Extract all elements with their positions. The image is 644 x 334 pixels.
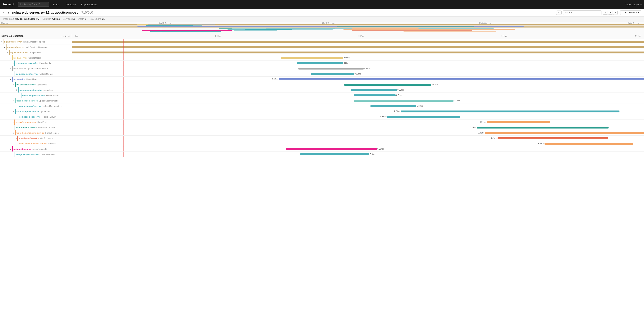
span-service-name: text-service bbox=[14, 78, 25, 80]
expand-collapse-button[interactable]: ∨ bbox=[15, 89, 18, 91]
span-left-col: ∨url-shorten-serviceUploadUrls bbox=[0, 82, 72, 87]
search-next-button[interactable]: ▼ bbox=[608, 11, 613, 14]
span-duration-label: 0.3ms bbox=[396, 94, 401, 96]
expand-collapse-button[interactable]: ∨ bbox=[12, 99, 15, 102]
expand-collapse-button[interactable] bbox=[15, 142, 18, 145]
span-right-col: 0.36ms bbox=[72, 114, 644, 119]
expand-collapse-button[interactable]: ∨ bbox=[9, 148, 12, 150]
svg-rect-11 bbox=[159, 25, 202, 26]
cmd-k-shortcut[interactable]: ⌘ bbox=[556, 10, 562, 15]
expand-collapse-button[interactable]: ∨ bbox=[12, 110, 15, 113]
expand-collapse-button[interactable]: ∨ bbox=[9, 78, 12, 80]
depth-value: 8 bbox=[85, 18, 86, 20]
span-operation-name: UploadUserMentions bbox=[42, 105, 62, 107]
expand-collapse-button[interactable]: ∨ bbox=[9, 56, 12, 59]
span-bar[interactable]: 0.33ms bbox=[351, 89, 397, 91]
trace-start-label: Trace Start bbox=[3, 18, 14, 20]
expand-collapse-button[interactable] bbox=[12, 73, 14, 75]
span-bar[interactable]: 0.33ms bbox=[297, 62, 343, 64]
collapse-trace-button[interactable]: ▼ bbox=[7, 11, 10, 14]
span-bar[interactable]: 0.45ms bbox=[281, 57, 343, 59]
span-bar[interactable]: 0.31ms bbox=[311, 73, 354, 75]
search-close-button[interactable]: ✕ bbox=[613, 11, 618, 15]
timeline-tick-line bbox=[358, 130, 358, 135]
expand-collapse-button[interactable]: › bbox=[12, 62, 14, 64]
span-bar[interactable]: 3.67ms bbox=[72, 46, 644, 48]
expand-collapse-button[interactable]: ∨ bbox=[0, 40, 3, 43]
span-bar[interactable]: 0.28ms bbox=[544, 143, 633, 145]
search-prev-button[interactable]: ▲ bbox=[603, 11, 608, 14]
span-bar[interactable]: 0.72ms bbox=[354, 100, 454, 102]
expand-collapse-button[interactable] bbox=[12, 153, 14, 156]
total-spans-value: 31 bbox=[102, 18, 105, 20]
timeline-view-selector[interactable]: Trace Timeline ▾ bbox=[620, 10, 641, 15]
back-button[interactable]: ← bbox=[3, 11, 6, 14]
nav-dependencies[interactable]: Dependencies bbox=[79, 3, 99, 6]
span-bar[interactable]: 0.36ms bbox=[387, 116, 460, 118]
span-bar[interactable]: 0.33ms bbox=[370, 105, 416, 107]
span-duration-label: 0.33ms bbox=[417, 105, 423, 107]
expand-collapse-button[interactable]: ∨ bbox=[12, 132, 15, 134]
about-jaeger-menu[interactable]: About Jaeger ▾ bbox=[625, 3, 642, 6]
expand-collapse-button[interactable]: › bbox=[12, 121, 14, 123]
span-operation-name: /wrk2-api/post/compose bbox=[22, 41, 45, 43]
trace-id-lookup-input[interactable] bbox=[18, 2, 49, 7]
span-duration-label: 0.72ms bbox=[454, 100, 460, 102]
span-bar[interactable]: 0.47ms bbox=[298, 68, 364, 69]
expand-collapse-button[interactable]: ∨ bbox=[3, 46, 6, 48]
span-bar[interactable]: 0.66ms bbox=[286, 148, 377, 150]
span-bar[interactable]: 3.59ms bbox=[72, 51, 644, 53]
expand-all-button[interactable]: » bbox=[65, 34, 67, 37]
span-bar[interactable]: 0.63ms bbox=[344, 84, 431, 86]
timeline-cursor-line bbox=[124, 93, 124, 98]
expand-collapse-button[interactable]: ∨ bbox=[9, 67, 12, 70]
span-duration-label: 0.63ms bbox=[432, 83, 438, 86]
span-bar[interactable]: 3.18ms bbox=[279, 78, 644, 80]
expand-collapse-button[interactable]: ∨ bbox=[6, 51, 9, 54]
timeline-tick-line bbox=[501, 146, 501, 151]
span-search-input[interactable] bbox=[563, 10, 602, 15]
span-service-name: compose-post-service bbox=[19, 105, 42, 107]
expand-collapse-button[interactable]: ∨ bbox=[12, 83, 15, 86]
expand-collapse-button[interactable] bbox=[15, 105, 18, 107]
timeline-tick-line bbox=[501, 93, 501, 98]
span-left-col: ∨nginx-web-server/wrk2-api/post/compose bbox=[0, 44, 72, 50]
svg-rect-25 bbox=[142, 30, 232, 31]
span-right-col bbox=[72, 39, 644, 44]
span-duration-label: 1.76ms bbox=[394, 110, 400, 112]
span-operation-name: RedisHashSet bbox=[46, 94, 59, 96]
span-bar[interactable]: 0.81ms bbox=[485, 132, 644, 134]
timeline-cursor-line bbox=[124, 71, 124, 76]
span-bar[interactable]: 0.41ms bbox=[498, 137, 608, 139]
span-operation-name: UploadUniqueId bbox=[32, 148, 47, 150]
service-color-bar bbox=[14, 119, 15, 125]
expand-collapse-button[interactable] bbox=[18, 94, 21, 96]
timeline-cursor-line bbox=[124, 98, 124, 103]
service-color-bar bbox=[18, 87, 19, 92]
table-row: ›post-storage-serviceStorePost0.24ms bbox=[0, 119, 644, 125]
expand-one-level-button[interactable]: › bbox=[62, 34, 64, 37]
span-bar[interactable]: 0.74ms bbox=[477, 127, 608, 128]
duration-value: 4.14ms bbox=[52, 18, 60, 20]
span-right-col: 0.24ms bbox=[72, 119, 644, 125]
top-navigation: Jaeger UI Search Compare Dependencies Ab… bbox=[0, 0, 644, 9]
span-service-name: url-shorten-service bbox=[16, 83, 36, 86]
span-bar[interactable]: 0.24ms bbox=[487, 121, 550, 123]
expand-collapse-button[interactable] bbox=[15, 116, 18, 118]
span-bar[interactable] bbox=[72, 41, 644, 43]
service-color-bar bbox=[12, 146, 13, 151]
span-left-col: ∨text-serviceUploadText bbox=[0, 77, 72, 82]
span-bar[interactable]: 0.3ms bbox=[354, 94, 396, 96]
timeline-cursor-line bbox=[124, 146, 124, 151]
span-bar[interactable]: 0.5ms bbox=[300, 153, 369, 155]
span-service-name: nginx-web-server bbox=[10, 51, 28, 54]
collapse-all-button[interactable]: ‹ bbox=[60, 34, 62, 37]
collapse-children-button[interactable]: « bbox=[68, 34, 70, 37]
span-bar[interactable]: 1.76ms bbox=[401, 110, 619, 112]
nav-compare[interactable]: Compare bbox=[64, 3, 78, 6]
expand-collapse-button[interactable] bbox=[12, 126, 14, 129]
expand-collapse-button[interactable]: › bbox=[15, 137, 17, 139]
trace-start-value: May 16, 2019 11:45 PM bbox=[15, 18, 40, 20]
timeline-cursor-line bbox=[124, 152, 124, 157]
nav-search[interactable]: Search bbox=[50, 3, 62, 6]
